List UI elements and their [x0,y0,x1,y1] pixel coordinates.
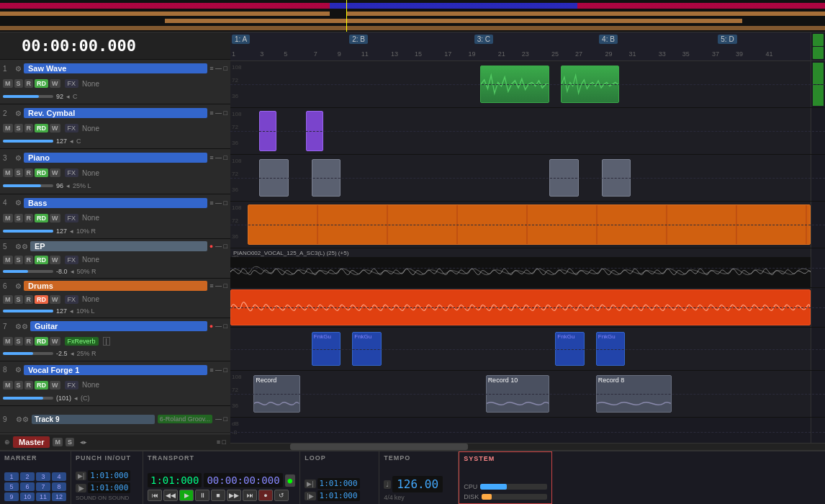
track7-bg[interactable]: FnkGu FnkGu [230,328,811,370]
track-name-7[interactable]: Guitar [30,321,207,331]
btn-solo-6[interactable]: S [14,295,23,304]
btn-rd-3[interactable]: RD [35,168,48,177]
btn-rec-7[interactable]: R [24,337,34,346]
vol-slider-7[interactable] [3,352,53,355]
master-solo[interactable]: S [66,438,74,446]
master-label[interactable]: Master [13,436,50,448]
btn-solo-4[interactable]: S [14,214,23,222]
btn-rd-7[interactable]: RD [35,337,48,346]
btn-rec-6[interactable]: R [24,295,34,304]
vol-slider-3[interactable] [3,184,53,187]
marker-1[interactable]: 1 [4,472,19,481]
track-name-2[interactable]: Rev. Cymbal [24,108,207,118]
marker-2[interactable]: 2 [20,472,35,481]
transport-rewind[interactable]: ⏮ [148,490,162,501]
marker-6[interactable]: 6 [20,482,35,491]
track-name-1[interactable]: Saw Wave [24,63,207,73]
marker-4[interactable]: 4 [52,472,66,481]
transport-play[interactable]: ▶ [179,490,194,501]
marker-5[interactable]: 5 [4,482,19,491]
punch-in-icon[interactable]: ▶| [76,472,86,480]
marker-10[interactable]: 10 [20,492,35,501]
btn-w-7[interactable]: W [50,337,60,346]
transport-forward[interactable]: ▶▶ [227,490,241,501]
plugin-label-9[interactable]: 6-Roland Groov... [158,415,212,423]
clip-3-3[interactable] [549,159,578,197]
transport-back[interactable]: ◀◀ [163,490,178,501]
loop-in-icon[interactable]: ▶| [305,480,315,488]
btn-solo-1[interactable]: S [14,79,23,88]
btn-rd-5[interactable]: RD [35,256,48,264]
loop-end-time[interactable]: 1:01:000 [317,490,360,501]
track-name-4[interactable]: Bass [24,198,207,208]
track2-bg[interactable]: 108 72 36 [230,108,811,154]
btn-w-2[interactable]: W [50,124,60,132]
marker-9[interactable]: 9 [4,492,19,501]
master-mute[interactable]: M [53,438,63,446]
punch-out-time[interactable]: 1:01:000 [88,482,130,493]
transport-stop[interactable]: ■ [211,490,225,501]
btn-w-3[interactable]: W [50,168,60,177]
clip-guitar-1[interactable]: FnkGu [312,332,341,366]
btn-rd-6[interactable]: RD [35,295,48,304]
btn-w-1[interactable]: W [50,79,60,88]
btn-rd-1[interactable]: RD [35,79,48,88]
btn-solo-3[interactable]: S [14,168,23,177]
btn-rd-8[interactable]: RD [35,381,48,390]
punch-out-icon[interactable]: |▶ [76,484,86,492]
track4-bg[interactable]: 108 72 36 [230,202,811,248]
loop-start-time[interactable]: 1:01:000 [317,478,360,489]
btn-rec-8[interactable]: R [24,381,34,390]
btn-mute-4[interactable]: M [3,214,13,222]
fx-knob-7[interactable]: | [103,337,110,346]
track-menu-8[interactable]: ≡ — □ [209,366,227,374]
track-menu-4[interactable]: ≡ — □ [209,199,227,207]
clip-1-2[interactable] [561,66,619,103]
track-name-5[interactable]: EP [30,241,207,251]
btn-w-8[interactable]: W [50,381,60,390]
clip-drums-main[interactable] [230,289,811,325]
track-menu-9[interactable]: — □ [215,415,227,423]
track-name-9[interactable]: Track 9 [32,415,155,424]
clip-record-10[interactable]: Record 10 [486,375,550,413]
master-menu[interactable]: ≡ □ [217,438,226,446]
btn-mute-7[interactable]: M [3,337,13,346]
marker-12[interactable]: 12 [52,492,66,501]
btn-fx-6[interactable]: FX [65,295,79,304]
clip-record-1[interactable]: Record [253,375,299,413]
marker-3[interactable]: 3 [36,472,50,481]
transport-elapsed[interactable]: 00:00:00:000 [204,473,282,487]
btn-w-6[interactable]: W [50,295,60,304]
clip-guitar-3[interactable]: FnkGu [555,332,584,366]
track-menu-5[interactable]: — □ [215,243,227,250]
track-menu-7[interactable]: — □ [215,323,227,330]
clip-2-2[interactable] [306,111,323,151]
btn-rec-2[interactable]: R [24,124,34,132]
track-name-3[interactable]: Piano [24,153,207,163]
btn-rd-2[interactable]: RD [35,124,48,132]
transport-position[interactable]: 1:01:000 [148,473,202,487]
btn-rec-3[interactable]: R [24,168,34,177]
btn-mute-8[interactable]: M [3,381,13,390]
btn-mute-2[interactable]: M [3,124,13,132]
track-name-6[interactable]: Drums [24,281,207,291]
track9-bg[interactable]: dB -8 [230,418,811,443]
btn-mute-5[interactable]: M [3,256,13,264]
btn-rec-5[interactable]: R [24,256,34,264]
btn-solo-7[interactable]: S [14,337,23,346]
tempo-value[interactable]: 126.00 [392,476,443,492]
vol-slider-8[interactable] [3,397,53,400]
clip-guitar-2[interactable]: FnkGu [352,332,381,366]
waveform-ep[interactable] [230,257,811,287]
btn-fx-8[interactable]: FX [65,381,79,390]
track6-bg[interactable]: 108 72 36 [230,288,811,327]
loop-out-icon[interactable]: |▶ [305,492,315,500]
track5-bg[interactable]: PIANO002_VOCAL_125_A_SC3(L) (25) (+5) dB… [230,248,811,287]
vol-slider-6[interactable] [3,310,53,312]
track-name-8[interactable]: Vocal Forge 1 [24,365,207,375]
marker-11[interactable]: 11 [36,492,50,501]
marker-8[interactable]: 8 [52,482,66,491]
track3-bg[interactable]: 108 72 36 [230,155,811,201]
btn-fx-3[interactable]: FX [65,168,79,177]
btn-mute-3[interactable]: M [3,168,13,177]
